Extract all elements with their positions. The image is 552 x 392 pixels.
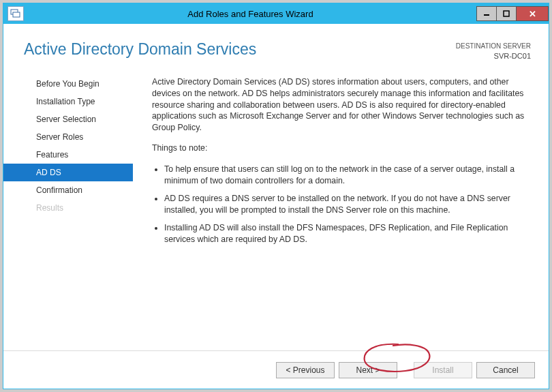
note-item: Installing AD DS will also install the D… (164, 222, 530, 245)
titlebar: Add Roles and Features Wizard ✕ (3, 3, 549, 24)
install-button: Install (414, 362, 472, 378)
window-title: Add Roles and Features Wizard (24, 9, 477, 19)
content-panel: Active Directory Domain Services (AD DS)… (133, 72, 534, 350)
nav-server-selection[interactable]: Server Selection (3, 110, 133, 128)
previous-button[interactable]: < Previous (276, 362, 335, 378)
svg-rect-3 (504, 11, 509, 16)
close-button[interactable]: ✕ (516, 6, 549, 21)
nav-features[interactable]: Features (3, 146, 133, 164)
things-to-note-header: Things to note: (152, 142, 530, 154)
body: Before You Begin Installation Type Serve… (3, 68, 549, 350)
nav-server-roles[interactable]: Server Roles (3, 128, 133, 146)
nav-ad-ds[interactable]: AD DS (3, 164, 133, 181)
nav-installation-type[interactable]: Installation Type (3, 93, 133, 110)
header: Active Directory Domain Services DESTINA… (3, 24, 549, 68)
maximize-button[interactable] (496, 6, 517, 21)
minimize-button[interactable] (476, 6, 497, 21)
notes-list: To help ensure that users can still log … (152, 164, 530, 245)
server-manager-icon (7, 6, 24, 21)
footer: < Previous Next > Install Cancel (3, 350, 549, 389)
nav-before-you-begin[interactable]: Before You Begin (3, 75, 133, 93)
page-title: Active Directory Domain Services (24, 40, 256, 59)
destination-server: SVR-DC01 (456, 51, 531, 61)
intro-text: Active Directory Domain Services (AD DS)… (152, 76, 530, 133)
svg-rect-1 (13, 12, 20, 17)
window-controls: ✕ (477, 6, 549, 21)
note-item: To help ensure that users can still log … (164, 164, 530, 186)
note-item: AD DS requires a DNS server to be instal… (164, 193, 530, 215)
wizard-window: Add Roles and Features Wizard ✕ Active D… (3, 3, 549, 389)
nav-sidebar: Before You Begin Installation Type Serve… (3, 72, 133, 350)
destination-server-block: DESTINATION SERVER SVR-DC01 (456, 40, 531, 61)
nav-confirmation[interactable]: Confirmation (3, 181, 133, 199)
next-button[interactable]: Next > (339, 362, 397, 378)
destination-label: DESTINATION SERVER (456, 42, 531, 51)
cancel-button[interactable]: Cancel (476, 362, 535, 378)
nav-results: Results (3, 199, 133, 217)
